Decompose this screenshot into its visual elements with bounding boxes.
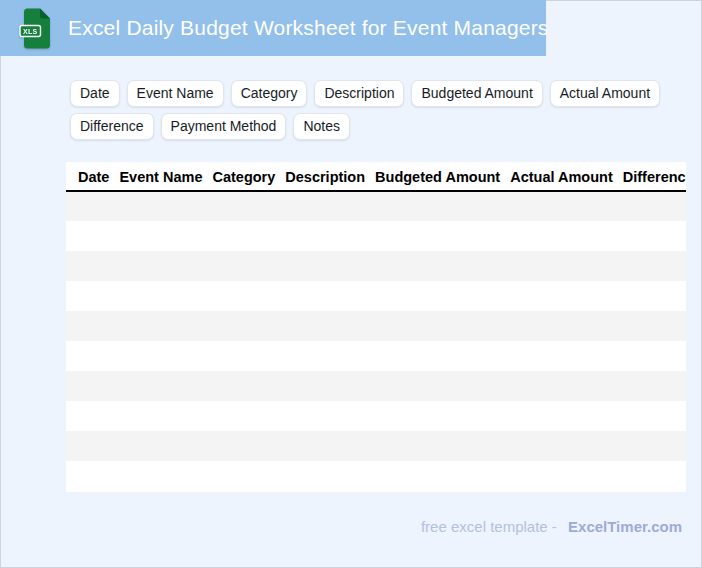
field-chip-actual-amount[interactable]: Actual Amount [550,80,660,107]
table-cell [207,191,280,221]
table-cell [114,431,207,461]
table-cell [370,341,505,371]
footer-brand-link[interactable]: ExcelTimer.com [568,518,682,535]
table-cell [66,251,114,281]
field-chip-budgeted-amount[interactable]: Budgeted Amount [411,80,542,107]
table-row [66,371,686,401]
footer-text: free excel template - [421,518,557,535]
table-cell [114,401,207,431]
column-header-actual-amount: Actual Amount [505,162,618,191]
table-cell [207,461,280,491]
field-chips: DateEvent NameCategoryDescriptionBudgete… [70,80,686,140]
table-header-row: DateEvent NameCategoryDescriptionBudgete… [66,162,686,191]
table-cell [280,431,370,461]
field-chip-payment-method[interactable]: Payment Method [161,113,287,140]
field-chip-event-name[interactable]: Event Name [127,80,224,107]
table-cell [505,431,618,461]
table-cell [280,371,370,401]
table-cell [505,401,618,431]
table-cell [370,191,505,221]
table-cell [207,371,280,401]
table-cell [370,251,505,281]
table-cell [280,191,370,221]
table-body [66,191,686,491]
field-chip-notes[interactable]: Notes [293,113,350,140]
table-cell [66,401,114,431]
table-row [66,461,686,491]
table-cell [618,341,686,371]
table-cell [618,431,686,461]
table-cell [370,311,505,341]
table-cell [618,401,686,431]
table-cell [207,221,280,251]
field-chip-category[interactable]: Category [231,80,308,107]
table-row [66,311,686,341]
table-cell [280,251,370,281]
table-cell [207,341,280,371]
column-header-budgeted-amount: Budgeted Amount [370,162,505,191]
xls-file-icon: XLS [19,8,52,49]
column-header-category: Category [207,162,280,191]
page-title: Excel Daily Budget Worksheet for Event M… [68,16,549,40]
table-cell [618,371,686,401]
table-cell [207,431,280,461]
table-cell [207,281,280,311]
table-cell [505,221,618,251]
table-cell [280,281,370,311]
field-chip-date[interactable]: Date [70,80,120,107]
table-cell [207,311,280,341]
table-cell [114,371,207,401]
table-cell [280,461,370,491]
table-cell [505,311,618,341]
table-cell [280,341,370,371]
table-cell [505,191,618,221]
table-row [66,341,686,371]
table-cell [280,221,370,251]
table-cell [505,281,618,311]
table-cell [66,431,114,461]
table-cell [618,191,686,221]
table-cell [114,191,207,221]
column-header-difference: Difference [618,162,686,191]
table-row [66,191,686,221]
table-cell [370,461,505,491]
table-cell [114,461,207,491]
table-cell [618,221,686,251]
table-row [66,251,686,281]
table-cell [505,341,618,371]
table-cell [370,431,505,461]
table-cell [114,221,207,251]
column-header-description: Description [280,162,370,191]
header-bar: XLS Excel Daily Budget Worksheet for Eve… [0,0,546,56]
column-header-date: Date [66,162,114,191]
table-cell [66,461,114,491]
table-cell [66,191,114,221]
table-cell [207,251,280,281]
table-cell [66,371,114,401]
table-cell [618,311,686,341]
table-cell [66,341,114,371]
table-cell [370,401,505,431]
table-cell [370,221,505,251]
table-row [66,431,686,461]
table-row [66,281,686,311]
table-cell [618,281,686,311]
table-cell [114,281,207,311]
table-cell [66,281,114,311]
page: { "header": { "title": "Excel Daily Budg… [0,0,702,568]
table-cell [66,221,114,251]
worksheet-table: DateEvent NameCategoryDescriptionBudgete… [66,162,686,491]
table-cell [280,401,370,431]
table-cell [114,341,207,371]
table-cell [207,401,280,431]
field-chip-difference[interactable]: Difference [70,113,154,140]
table-cell [505,461,618,491]
footer: free excel template - ExcelTimer.com [0,518,682,535]
table-cell [370,281,505,311]
table-cell [66,311,114,341]
table-cell [280,311,370,341]
table-cell [370,371,505,401]
column-header-event-name: Event Name [114,162,207,191]
field-chip-description[interactable]: Description [314,80,404,107]
table-cell [618,251,686,281]
